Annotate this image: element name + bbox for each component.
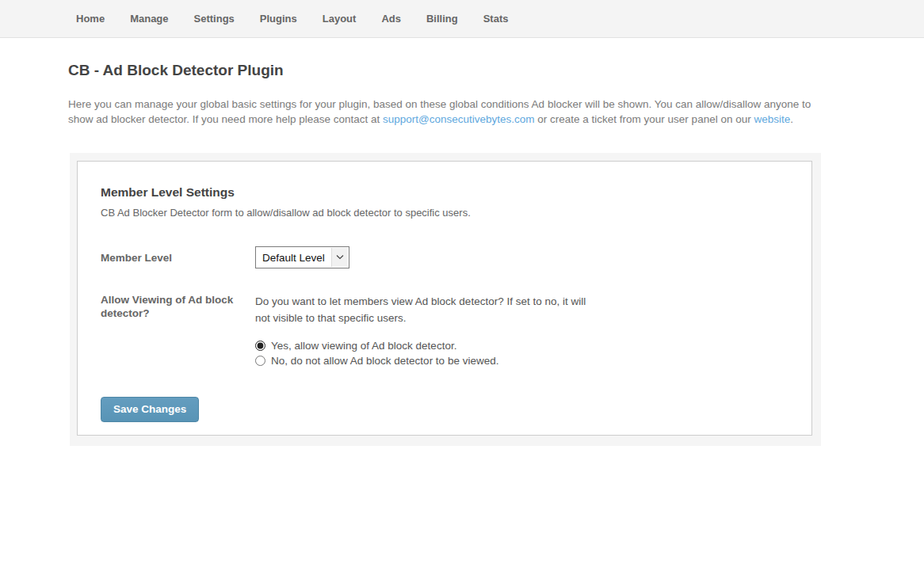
support-email-link[interactable]: support@consecutivebytes.com [383, 113, 535, 125]
allow-viewing-description: Do you want to let members view Ad block… [255, 293, 592, 326]
member-level-select-wrap: Default Level [255, 246, 349, 268]
nav-item-stats[interactable]: Stats [471, 0, 521, 38]
settings-panel-container: Member Level Settings CB Ad Blocker Dete… [70, 153, 821, 446]
member-level-control: Default Level [255, 251, 788, 268]
radio-yes-input[interactable] [255, 341, 265, 351]
nav-item-layout[interactable]: Layout [310, 0, 369, 38]
website-link[interactable]: website [754, 113, 790, 125]
nav-item-manage[interactable]: Manage [117, 0, 181, 38]
radio-no-input[interactable] [255, 356, 265, 366]
nav-item-home[interactable]: Home [63, 0, 117, 38]
allow-viewing-row: Allow Viewing of Ad block detector? Do y… [101, 293, 788, 368]
radio-option-no[interactable]: No, do not allow Ad block detector to be… [255, 353, 788, 368]
radio-yes-label[interactable]: Yes, allow viewing of Ad block detector. [271, 340, 456, 352]
nav-item-ads[interactable]: Ads [368, 0, 414, 38]
panel-subheading: CB Ad Blocker Detector form to allow/dis… [101, 207, 788, 219]
allow-viewing-label: Allow Viewing of Ad block detector? [101, 293, 255, 368]
allow-viewing-radio-group: Yes, allow viewing of Ad block detector.… [255, 338, 788, 368]
intro-text-3: . [790, 113, 793, 125]
member-level-select[interactable]: Default Level [256, 247, 349, 268]
top-navbar: Home Manage Settings Plugins Layout Ads … [0, 0, 924, 38]
member-level-row: Member Level Default Level [101, 251, 788, 268]
save-changes-button[interactable]: Save Changes [101, 397, 199, 422]
allow-viewing-control: Do you want to let members view Ad block… [255, 293, 788, 368]
nav-item-billing[interactable]: Billing [414, 0, 471, 38]
panel-heading: Member Level Settings [101, 185, 788, 200]
member-level-label: Member Level [101, 251, 255, 268]
radio-no-label[interactable]: No, do not allow Ad block detector to be… [271, 355, 498, 367]
intro-paragraph: Here you can manage your global basic se… [68, 97, 821, 127]
nav-item-settings[interactable]: Settings [181, 0, 247, 38]
page-title: CB - Ad Block Detector Plugin [68, 62, 924, 79]
radio-option-yes[interactable]: Yes, allow viewing of Ad block detector. [255, 338, 788, 353]
intro-text-2: or create a ticket from your user panel … [535, 113, 754, 125]
nav-item-plugins[interactable]: Plugins [247, 0, 310, 38]
member-level-settings-panel: Member Level Settings CB Ad Blocker Dete… [77, 161, 812, 436]
